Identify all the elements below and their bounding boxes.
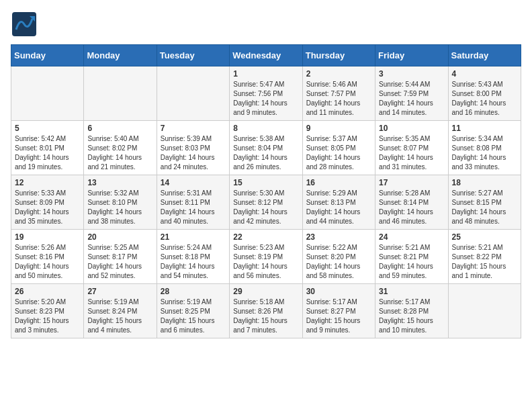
cell-content: Sunrise: 5:32 AM Sunset: 8:10 PM Dayligh…: [87, 189, 152, 226]
day-number: 20: [87, 232, 152, 242]
cell-content: Sunrise: 5:22 AM Sunset: 8:20 PM Dayligh…: [306, 243, 371, 281]
cell-content: Sunrise: 5:23 AM Sunset: 8:19 PM Dayligh…: [233, 243, 298, 281]
cell-content: Sunrise: 5:28 AM Sunset: 8:14 PM Dayligh…: [379, 189, 444, 226]
calendar-cell: 18Sunrise: 5:27 AM Sunset: 8:15 PM Dayli…: [448, 175, 521, 230]
day-number: 12: [15, 178, 80, 187]
calendar-cell: 14Sunrise: 5:31 AM Sunset: 8:11 PM Dayli…: [157, 175, 229, 230]
cell-content: Sunrise: 5:25 AM Sunset: 8:17 PM Dayligh…: [87, 243, 152, 281]
calendar-week-row: 1Sunrise: 5:47 AM Sunset: 7:56 PM Daylig…: [11, 66, 521, 121]
logo: [11, 11, 40, 38]
calendar-cell: 1Sunrise: 5:47 AM Sunset: 7:56 PM Daylig…: [230, 66, 302, 121]
day-number: 5: [15, 124, 80, 133]
cell-content: Sunrise: 5:27 AM Sunset: 8:15 PM Dayligh…: [452, 189, 517, 226]
cell-content: Sunrise: 5:47 AM Sunset: 7:56 PM Dayligh…: [233, 80, 298, 118]
cell-content: Sunrise: 5:34 AM Sunset: 8:08 PM Dayligh…: [452, 134, 517, 172]
calendar-cell: 29Sunrise: 5:18 AM Sunset: 8:26 PM Dayli…: [230, 284, 302, 338]
cell-content: Sunrise: 5:26 AM Sunset: 8:16 PM Dayligh…: [15, 243, 80, 281]
cell-content: Sunrise: 5:46 AM Sunset: 7:57 PM Dayligh…: [306, 80, 371, 118]
day-number: 30: [306, 287, 371, 296]
day-number: 10: [379, 124, 444, 133]
day-number: 6: [87, 124, 152, 133]
header-monday: Monday: [84, 45, 157, 66]
cell-content: Sunrise: 5:40 AM Sunset: 8:02 PM Dayligh…: [87, 134, 152, 172]
day-number: 18: [452, 178, 517, 187]
calendar-week-row: 12Sunrise: 5:33 AM Sunset: 8:09 PM Dayli…: [11, 175, 521, 230]
calendar-cell: 8Sunrise: 5:38 AM Sunset: 8:04 PM Daylig…: [230, 121, 302, 175]
cell-content: Sunrise: 5:24 AM Sunset: 8:18 PM Dayligh…: [161, 243, 226, 281]
day-number: 14: [161, 178, 226, 187]
cell-content: Sunrise: 5:21 AM Sunset: 8:22 PM Dayligh…: [452, 243, 517, 281]
calendar-cell: 20Sunrise: 5:25 AM Sunset: 8:17 PM Dayli…: [84, 230, 157, 284]
calendar-cell: 23Sunrise: 5:22 AM Sunset: 8:20 PM Dayli…: [302, 230, 375, 284]
calendar-week-row: 5Sunrise: 5:42 AM Sunset: 8:01 PM Daylig…: [11, 121, 521, 175]
cell-content: Sunrise: 5:38 AM Sunset: 8:04 PM Dayligh…: [233, 134, 298, 172]
calendar-cell: [157, 66, 229, 121]
calendar-cell: 25Sunrise: 5:21 AM Sunset: 8:22 PM Dayli…: [448, 230, 521, 284]
calendar-cell: 4Sunrise: 5:43 AM Sunset: 8:00 PM Daylig…: [448, 66, 521, 121]
calendar-cell: 3Sunrise: 5:44 AM Sunset: 7:59 PM Daylig…: [375, 66, 448, 121]
calendar-cell: 13Sunrise: 5:32 AM Sunset: 8:10 PM Dayli…: [84, 175, 157, 230]
cell-content: Sunrise: 5:17 AM Sunset: 8:27 PM Dayligh…: [306, 298, 371, 335]
day-number: 22: [233, 232, 298, 242]
page-header: [11, 11, 521, 38]
cell-content: Sunrise: 5:44 AM Sunset: 7:59 PM Dayligh…: [379, 80, 444, 118]
header-sunday: Sunday: [11, 45, 84, 66]
calendar-cell: 10Sunrise: 5:35 AM Sunset: 8:07 PM Dayli…: [375, 121, 448, 175]
calendar-cell: 31Sunrise: 5:17 AM Sunset: 8:28 PM Dayli…: [375, 284, 448, 338]
calendar-cell: 27Sunrise: 5:19 AM Sunset: 8:24 PM Dayli…: [84, 284, 157, 338]
calendar-cell: 17Sunrise: 5:28 AM Sunset: 8:14 PM Dayli…: [375, 175, 448, 230]
day-number: 9: [306, 124, 371, 133]
calendar-cell: 30Sunrise: 5:17 AM Sunset: 8:27 PM Dayli…: [302, 284, 375, 338]
cell-content: Sunrise: 5:17 AM Sunset: 8:28 PM Dayligh…: [379, 298, 444, 335]
calendar-cell: 5Sunrise: 5:42 AM Sunset: 8:01 PM Daylig…: [11, 121, 84, 175]
cell-content: Sunrise: 5:19 AM Sunset: 8:24 PM Dayligh…: [87, 298, 152, 335]
calendar-cell: 2Sunrise: 5:46 AM Sunset: 7:57 PM Daylig…: [302, 66, 375, 121]
header-friday: Friday: [375, 45, 448, 66]
header-wednesday: Wednesday: [230, 45, 302, 66]
day-number: 24: [379, 232, 444, 242]
day-number: 3: [379, 69, 444, 79]
calendar-cell: 7Sunrise: 5:39 AM Sunset: 8:03 PM Daylig…: [157, 121, 229, 175]
day-number: 17: [379, 178, 444, 187]
calendar-cell: 6Sunrise: 5:40 AM Sunset: 8:02 PM Daylig…: [84, 121, 157, 175]
cell-content: Sunrise: 5:31 AM Sunset: 8:11 PM Dayligh…: [161, 189, 226, 226]
day-number: 2: [306, 69, 371, 79]
cell-content: Sunrise: 5:20 AM Sunset: 8:23 PM Dayligh…: [15, 298, 80, 335]
cell-content: Sunrise: 5:30 AM Sunset: 8:12 PM Dayligh…: [233, 189, 298, 226]
day-number: 13: [87, 178, 152, 187]
calendar-cell: [84, 66, 157, 121]
cell-content: Sunrise: 5:33 AM Sunset: 8:09 PM Dayligh…: [15, 189, 80, 226]
calendar-cell: 28Sunrise: 5:19 AM Sunset: 8:25 PM Dayli…: [157, 284, 229, 338]
cell-content: Sunrise: 5:39 AM Sunset: 8:03 PM Dayligh…: [161, 134, 226, 172]
header-thursday: Thursday: [302, 45, 375, 66]
day-number: 25: [452, 232, 517, 242]
calendar-cell: [448, 284, 521, 338]
cell-content: Sunrise: 5:35 AM Sunset: 8:07 PM Dayligh…: [379, 134, 444, 172]
day-number: 19: [15, 232, 80, 242]
day-number: 21: [161, 232, 226, 242]
day-number: 11: [452, 124, 517, 133]
cell-content: Sunrise: 5:21 AM Sunset: 8:21 PM Dayligh…: [379, 243, 444, 281]
calendar-header-row: SundayMondayTuesdayWednesdayThursdayFrid…: [11, 45, 521, 66]
cell-content: Sunrise: 5:42 AM Sunset: 8:01 PM Dayligh…: [15, 134, 80, 172]
calendar-cell: [11, 66, 84, 121]
header-tuesday: Tuesday: [157, 45, 229, 66]
calendar-week-row: 19Sunrise: 5:26 AM Sunset: 8:16 PM Dayli…: [11, 230, 521, 284]
cell-content: Sunrise: 5:18 AM Sunset: 8:26 PM Dayligh…: [233, 298, 298, 335]
calendar-cell: 24Sunrise: 5:21 AM Sunset: 8:21 PM Dayli…: [375, 230, 448, 284]
day-number: 31: [379, 287, 444, 296]
day-number: 29: [233, 287, 298, 296]
calendar-cell: 21Sunrise: 5:24 AM Sunset: 8:18 PM Dayli…: [157, 230, 229, 284]
day-number: 7: [161, 124, 226, 133]
calendar-cell: 22Sunrise: 5:23 AM Sunset: 8:19 PM Dayli…: [230, 230, 302, 284]
day-number: 4: [452, 69, 517, 79]
calendar-cell: 16Sunrise: 5:29 AM Sunset: 8:13 PM Dayli…: [302, 175, 375, 230]
calendar-table: SundayMondayTuesdayWednesdayThursdayFrid…: [11, 44, 521, 338]
day-number: 16: [306, 178, 371, 187]
cell-content: Sunrise: 5:19 AM Sunset: 8:25 PM Dayligh…: [161, 298, 226, 335]
cell-content: Sunrise: 5:37 AM Sunset: 8:05 PM Dayligh…: [306, 134, 371, 172]
cell-content: Sunrise: 5:29 AM Sunset: 8:13 PM Dayligh…: [306, 189, 371, 226]
calendar-cell: 15Sunrise: 5:30 AM Sunset: 8:12 PM Dayli…: [230, 175, 302, 230]
calendar-cell: 11Sunrise: 5:34 AM Sunset: 8:08 PM Dayli…: [448, 121, 521, 175]
cell-content: Sunrise: 5:43 AM Sunset: 8:00 PM Dayligh…: [452, 80, 517, 118]
